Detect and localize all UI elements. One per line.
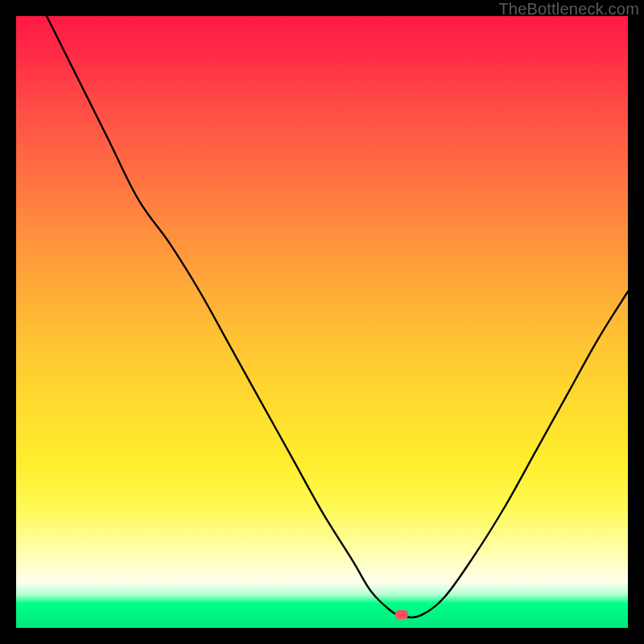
chart-frame: TheBottleneck.com (0, 0, 644, 644)
optimum-marker (395, 610, 408, 619)
watermark-text: TheBottleneck.com (498, 0, 639, 19)
plot-area (16, 16, 628, 628)
bottleneck-curve-line (47, 16, 628, 617)
bottleneck-curve (16, 16, 628, 628)
